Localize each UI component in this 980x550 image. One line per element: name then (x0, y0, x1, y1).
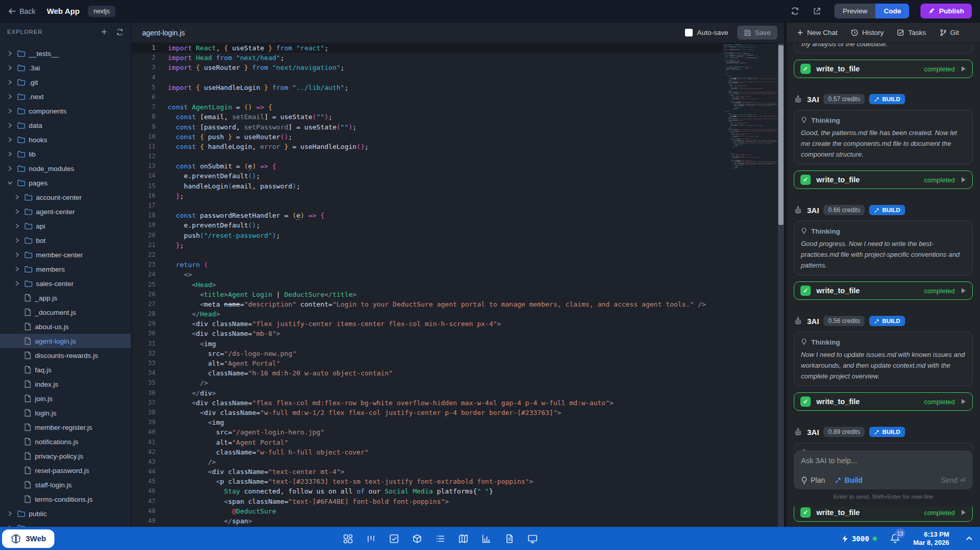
tool-call-card[interactable]: ✓write_to_filecompleted (794, 281, 973, 300)
preview-button[interactable]: Preview (834, 4, 875, 18)
kanban-icon[interactable] (366, 534, 376, 544)
autosave-toggle[interactable]: Auto-save (685, 29, 728, 36)
code-line[interactable]: 8 const [email, setEmail] = useState("")… (132, 112, 784, 122)
tree-item-agent-login.js[interactable]: agent-login.js (0, 334, 131, 348)
tree-item-hooks[interactable]: hooks (0, 132, 131, 147)
chat-input[interactable]: Ask 3AI to help... Plan Build Send ⏎ (794, 450, 973, 489)
tree-item-member-center[interactable]: member-center (0, 248, 131, 262)
tree-item-members[interactable]: members (0, 262, 131, 276)
tree-item-notifications.js[interactable]: notifications.js (0, 434, 131, 449)
chevron-right-icon[interactable] (6, 137, 13, 143)
code-line[interactable]: 9 const [password, setPassword] = useSta… (132, 122, 784, 132)
code-line[interactable]: 20 push("/reset-password"); (132, 231, 784, 240)
package-icon[interactable] (412, 534, 422, 544)
code-line[interactable]: 1import React, { useState } from "react"… (132, 43, 784, 53)
check-square-icon[interactable] (389, 534, 399, 544)
tree-item-.3ai[interactable]: .3ai (0, 61, 131, 75)
code-line[interactable]: 47 <span className="text-[#6FA4BE] font-… (132, 497, 784, 506)
tree-item-index.js[interactable]: index.js (0, 377, 131, 391)
code-line[interactable]: 45 <p className="text-[#233763] text-sm … (132, 477, 784, 486)
plan-mode-button[interactable]: Plan (801, 476, 825, 484)
tree-item-api[interactable]: api (0, 219, 131, 233)
code-line[interactable]: 18 const passwordResetHandler = (e) => { (132, 211, 784, 220)
chevron-right-icon[interactable] (13, 252, 21, 258)
code-line[interactable]: 14 e.preventDefault(); (132, 171, 784, 181)
expand-play-icon[interactable] (961, 66, 966, 72)
code-line[interactable]: 41 alt="Agent Portal" (132, 438, 784, 447)
code-line[interactable]: 40 src="/agent-login-hero.jpg" (132, 427, 784, 437)
code-line[interactable]: 13 const onSubmit = (e) => { (132, 161, 784, 171)
open-external-icon[interactable] (813, 7, 821, 15)
tree-item-about-us.js[interactable]: about-us.js (0, 319, 131, 334)
chevron-right-icon[interactable] (6, 108, 13, 114)
code-line[interactable]: 34 className="h-16 md:h-20 w-auto object… (132, 368, 784, 378)
code-line[interactable]: 30 <div className="mb-8"> (132, 329, 784, 338)
send-button[interactable]: Send ⏎ (941, 476, 966, 484)
tree-item-unnamed[interactable] (0, 521, 131, 527)
tree-item-login.js[interactable]: login.js (0, 406, 131, 420)
tool-call-card[interactable]: ✓write_to_filecompleted (794, 392, 973, 411)
code-line[interactable]: 10 const { push } = useRouter(); (132, 132, 784, 142)
tree-item-public[interactable]: public (0, 506, 131, 521)
chevron-right-icon[interactable] (13, 208, 21, 215)
tree-item-components[interactable]: components (0, 104, 131, 118)
refresh-explorer-icon[interactable] (116, 28, 124, 36)
code-line[interactable]: 25 <Head> (132, 280, 784, 290)
chevron-right-icon[interactable] (6, 510, 13, 517)
publish-button[interactable]: Publish (920, 4, 972, 18)
code-line[interactable]: 36 </div> (132, 388, 784, 398)
tree-item-account-center[interactable]: account-center (0, 190, 131, 204)
chevron-right-icon[interactable] (6, 79, 13, 85)
grid-icon[interactable] (343, 534, 353, 544)
code-line[interactable]: 27 <meta name="description" content="Log… (132, 299, 784, 309)
chevron-right-icon[interactable] (13, 194, 21, 200)
history-button[interactable]: History (851, 29, 884, 36)
tree-item-.git[interactable]: .git (0, 75, 131, 89)
tree-item-_document.js[interactable]: _document.js (0, 305, 131, 319)
chevron-down-icon[interactable] (6, 180, 13, 186)
code-area[interactable]: 1import React, { useState } from "react"… (132, 43, 784, 527)
chevron-right-icon[interactable] (6, 122, 13, 128)
tree-item-staff-login.js[interactable]: staff-login.js (0, 478, 131, 492)
tree-item-join.js[interactable]: join.js (0, 391, 131, 406)
tree-item-__tests__[interactable]: __tests__ (0, 46, 131, 61)
chevron-right-icon[interactable] (13, 237, 21, 243)
expand-play-icon[interactable] (961, 399, 966, 405)
git-button[interactable]: Git (939, 29, 959, 36)
map-icon[interactable] (458, 534, 468, 544)
scrollbar-thumb[interactable] (778, 45, 783, 225)
notifications-bell[interactable]: 13 (890, 533, 900, 544)
expand-play-icon[interactable] (961, 177, 966, 183)
chevron-right-icon[interactable] (6, 165, 13, 172)
code-line[interactable]: 6 (132, 92, 784, 102)
tree-item-lib[interactable]: lib (0, 147, 131, 161)
code-line[interactable]: 48 @DeductSure (132, 506, 784, 516)
tree-item-.next[interactable]: .next (0, 89, 131, 104)
code-line[interactable]: 49 </span> (132, 516, 784, 526)
code-line[interactable]: 15 handleLogin(email, password); (132, 181, 784, 191)
refresh-icon[interactable] (791, 7, 799, 15)
code-line[interactable]: 12 (132, 151, 784, 161)
list-icon[interactable] (435, 534, 445, 544)
code-line[interactable]: 23 return ( (132, 260, 784, 270)
code-line[interactable]: 2import Head from "next/head"; (132, 53, 784, 63)
chevron-right-icon[interactable] (6, 151, 13, 157)
tree-item-member-register.js[interactable]: member-register.js (0, 420, 131, 434)
tree-item-agent-center[interactable]: agent-center (0, 204, 131, 219)
code-line[interactable]: 31 <img (132, 339, 784, 349)
back-button[interactable]: Back (8, 7, 35, 15)
tree-item-reset-password.js[interactable]: reset-password.js (0, 463, 131, 478)
tree-item-bot[interactable]: bot (0, 233, 131, 248)
bar-chart-icon[interactable] (481, 534, 492, 544)
code-line[interactable]: 43 /> (132, 457, 784, 467)
code-line[interactable]: 4 (132, 73, 784, 83)
code-line[interactable]: 3import { useRouter } from "next/navigat… (132, 63, 784, 72)
expand-play-icon[interactable] (961, 288, 966, 294)
chevron-right-icon[interactable] (6, 93, 13, 100)
monitor-icon[interactable] (527, 534, 538, 544)
minimap[interactable]: import React, { useState } from "react";… (723, 44, 777, 527)
code-line[interactable]: 16 }; (132, 191, 784, 201)
editor-scrollbar[interactable] (778, 43, 784, 527)
code-button[interactable]: Code (875, 4, 909, 18)
tree-item-sales-center[interactable]: sales-center (0, 276, 131, 291)
